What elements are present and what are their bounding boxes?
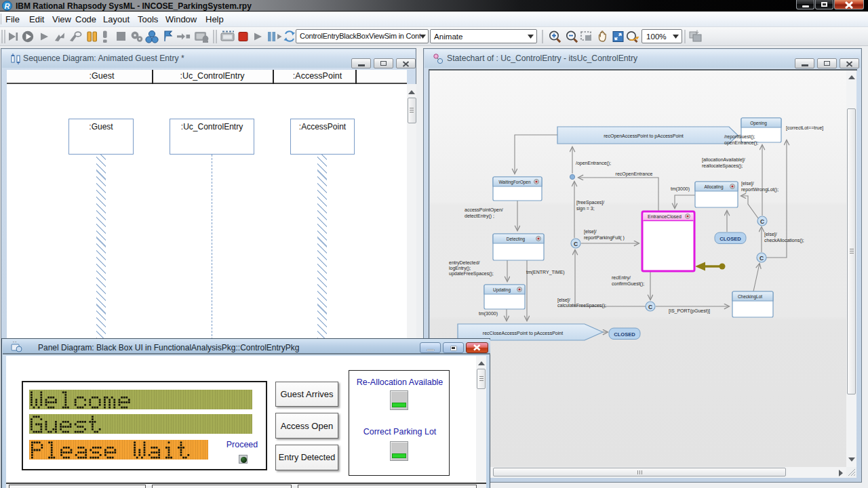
svg-text:entryDetected/: entryDetected/ bbox=[449, 260, 480, 266]
svg-text:recEntry/: recEntry/ bbox=[612, 275, 631, 281]
svg-text:C: C bbox=[760, 218, 764, 225]
svg-text:tm(ENTRY_TIME): tm(ENTRY_TIME) bbox=[526, 270, 565, 275]
svg-text:reallocateSpaces();: reallocateSpaces(); bbox=[702, 163, 743, 169]
svg-text:CLOSED: CLOSED bbox=[719, 236, 741, 242]
svg-text:Updating: Updating bbox=[493, 287, 511, 293]
svg-text:C: C bbox=[760, 255, 764, 262]
svg-text:recOpenEntrance: recOpenEntrance bbox=[616, 171, 653, 177]
svg-text:EntranceClosed: EntranceClosed bbox=[648, 214, 682, 219]
svg-text:[allocationAvailable]/: [allocationAvailable]/ bbox=[702, 157, 745, 163]
svg-text:reportWrongLot();: reportWrongLot(); bbox=[741, 187, 778, 192]
svg-text:calculateFreeSpaces();: calculateFreeSpaces(); bbox=[557, 303, 606, 308]
svg-text:[IS_PORT(pGuest)]: [IS_PORT(pGuest)] bbox=[669, 308, 710, 314]
svg-text:CheckingLot: CheckingLot bbox=[738, 294, 762, 300]
svg-text:reportParkingFull( ): reportParkingFull( ) bbox=[584, 235, 625, 241]
svg-text:detectEntry() ;: detectEntry() ; bbox=[465, 214, 494, 219]
svg-text:[else]/: [else]/ bbox=[741, 181, 754, 186]
svg-text:updateFreeSpaces();: updateFreeSpaces(); bbox=[449, 271, 494, 277]
svg-text:Detecting: Detecting bbox=[507, 237, 526, 242]
svg-text:[else]/: [else]/ bbox=[557, 298, 570, 303]
svg-text:recCloseAccessPoint to pAccess: recCloseAccessPoint to pAccessPoint bbox=[483, 331, 563, 336]
svg-text:sign = 3;: sign = 3; bbox=[576, 206, 595, 211]
svg-text:logEntry();: logEntry(); bbox=[449, 266, 471, 271]
svg-text:tm(3000): tm(3000) bbox=[479, 311, 498, 317]
svg-text:Opening: Opening bbox=[750, 121, 767, 126]
svg-text:CLOSED: CLOSED bbox=[614, 331, 635, 338]
svg-text:WaitingForOpen: WaitingForOpen bbox=[498, 180, 530, 185]
svg-text:[freeSpaces]/: [freeSpaces]/ bbox=[576, 200, 604, 205]
svg-text:checkAllocations();: checkAllocations(); bbox=[764, 238, 804, 243]
svg-text:C: C bbox=[648, 304, 652, 310]
svg-text:/openEntrance();: /openEntrance(); bbox=[576, 161, 611, 166]
svg-text:R: R bbox=[5, 2, 10, 10]
svg-text:[else]/: [else]/ bbox=[584, 229, 597, 235]
svg-text:confirmGuest();: confirmGuest(); bbox=[612, 281, 644, 287]
svg-text:accessPointOpen/: accessPointOpen/ bbox=[465, 207, 503, 213]
svg-text:recOpenAccessPoint to pAccessP: recOpenAccessPoint to pAccessPoint bbox=[604, 134, 684, 139]
svg-text:Allocating: Allocating bbox=[704, 184, 724, 190]
svg-text:C: C bbox=[574, 241, 578, 247]
svg-text:tm(3000): tm(3000) bbox=[671, 186, 690, 192]
svg-text:[correctLot==true]: [correctLot==true] bbox=[786, 125, 823, 131]
svg-text:/reportGuest();: /reportGuest(); bbox=[724, 134, 755, 140]
svg-text:openEntrance();: openEntrance(); bbox=[724, 140, 758, 146]
svg-text:[else]/: [else]/ bbox=[764, 232, 777, 237]
